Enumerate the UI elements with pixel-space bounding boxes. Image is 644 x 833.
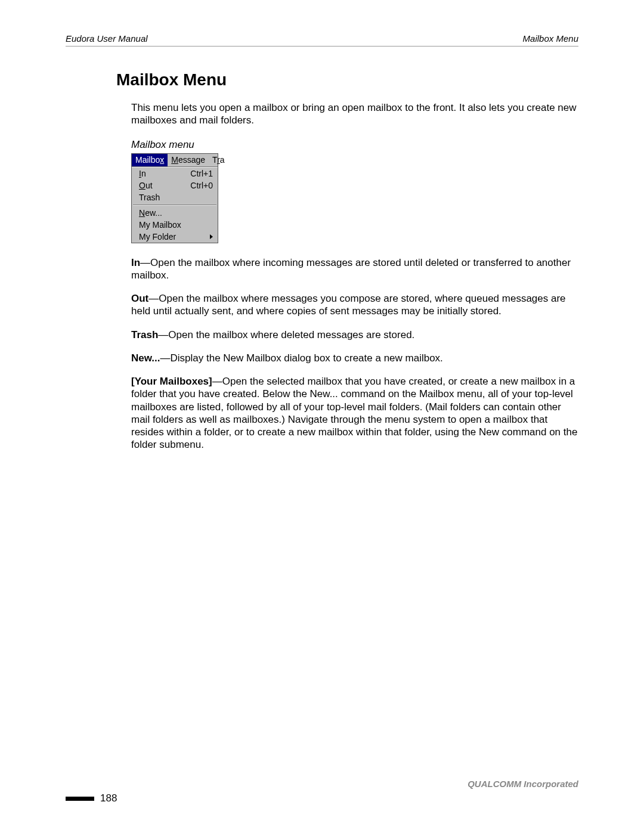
menu-item-my-mailbox[interactable]: My Mailbox bbox=[132, 219, 218, 231]
intro-paragraph: This menu lets you open a mailbox or bri… bbox=[131, 101, 578, 127]
shortcut-label: Ctrl+0 bbox=[190, 181, 213, 190]
menubar-mailbox[interactable]: Mailbox bbox=[132, 154, 168, 166]
menu-item-new[interactable]: New... bbox=[132, 207, 218, 219]
section-title: Mailbox Menu bbox=[116, 70, 578, 89]
menubar-transfer[interactable]: Tra bbox=[209, 154, 228, 166]
def-new: New...—Display the New Mailbox dialog bo… bbox=[131, 352, 578, 364]
menu-figure: Mailbox Message Tra In Ctrl+1 Out Ctrl+0… bbox=[131, 153, 218, 243]
page-footer: QUALCOMM Incorporated 188 bbox=[66, 779, 578, 804]
def-your-mailboxes: [Your Mailboxes]—Open the selected mailb… bbox=[131, 375, 578, 451]
header-left: Eudora User Manual bbox=[66, 33, 148, 44]
shortcut-label: Ctrl+1 bbox=[190, 169, 213, 178]
menu-item-my-folder[interactable]: My Folder bbox=[132, 231, 218, 243]
menu-item-out[interactable]: Out Ctrl+0 bbox=[132, 179, 218, 191]
menu-item-trash[interactable]: Trash bbox=[132, 191, 218, 203]
menubar-message[interactable]: Message bbox=[168, 154, 209, 166]
submenu-arrow-icon bbox=[210, 234, 213, 239]
menubar: Mailbox Message Tra bbox=[132, 154, 218, 167]
footer-bar-icon bbox=[66, 797, 94, 801]
menu-item-in[interactable]: In Ctrl+1 bbox=[132, 168, 218, 179]
def-out: Out—Open the mailbox where messages you … bbox=[131, 292, 578, 318]
page-header: Eudora User Manual Mailbox Menu bbox=[66, 33, 578, 47]
header-right: Mailbox Menu bbox=[523, 33, 578, 44]
menu-separator bbox=[133, 205, 216, 206]
footer-company: QUALCOMM Incorporated bbox=[66, 779, 578, 789]
mailbox-dropdown: In Ctrl+1 Out Ctrl+0 Trash New... My Mai… bbox=[132, 167, 218, 243]
def-trash: Trash—Open the mailbox where deleted mes… bbox=[131, 329, 578, 341]
figure-caption: Mailbox menu bbox=[131, 139, 578, 151]
page-number: 188 bbox=[100, 792, 117, 804]
def-in: In—Open the mailbox where incoming messa… bbox=[131, 256, 578, 282]
